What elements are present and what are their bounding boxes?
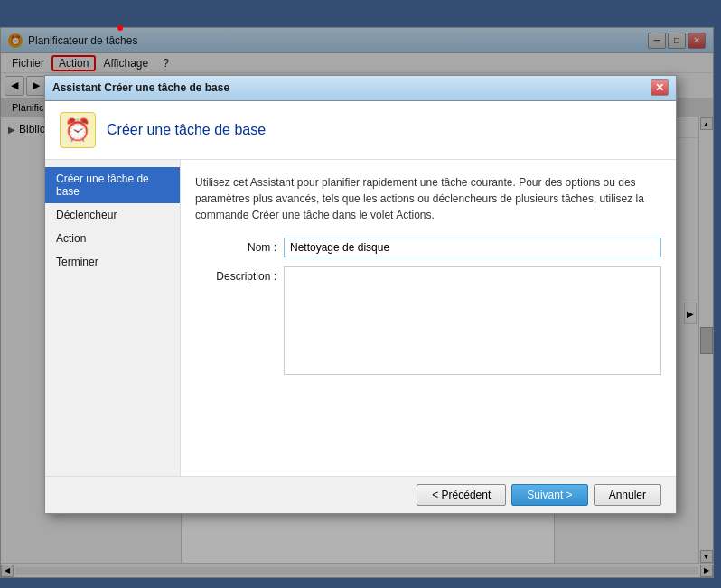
description-label: Description : [195, 266, 276, 283]
wizard-step-create[interactable]: Créer une tâche de base [45, 167, 180, 203]
nom-label: Nom : [195, 238, 276, 254]
wizard-step-trigger[interactable]: Déclencheur [45, 203, 180, 227]
dialog-footer: < Précédent Suivant > Annuler [45, 476, 676, 513]
cancel-button[interactable]: Annuler [594, 484, 661, 506]
wizard-description: Utilisez cet Assistant pour planifier ra… [195, 174, 661, 223]
wizard-step-action[interactable]: Action [45, 227, 180, 250]
wizard-nav: Créer une tâche de base Déclencheur Acti… [45, 160, 181, 476]
next-button[interactable]: Suivant > [511, 484, 587, 506]
dialog-overlay: Assistant Créer une tâche de base ✕ ⏰ Cr… [0, 0, 721, 588]
form-row-description: Description : [195, 266, 661, 375]
prev-button[interactable]: < Précédent [417, 484, 506, 506]
red-dot-decoration [117, 25, 123, 31]
dialog-header: ⏰ Créer une tâche de base [45, 101, 676, 160]
wizard-content: Utilisez cet Assistant pour planifier ra… [181, 160, 676, 476]
wizard-step-finish[interactable]: Terminer [45, 250, 180, 274]
description-input[interactable] [284, 266, 661, 375]
dialog: Assistant Créer une tâche de base ✕ ⏰ Cr… [44, 75, 677, 514]
dialog-title: Assistant Créer une tâche de base [52, 81, 651, 94]
dialog-close-button[interactable]: ✕ [651, 79, 669, 96]
dialog-body: Créer une tâche de base Déclencheur Acti… [45, 160, 676, 476]
dialog-header-title: Créer une tâche de base [107, 122, 266, 138]
dialog-title-bar: Assistant Créer une tâche de base ✕ [45, 76, 676, 101]
dialog-header-icon: ⏰ [60, 112, 96, 148]
nom-input[interactable] [284, 238, 661, 257]
form-row-nom: Nom : [195, 238, 661, 257]
